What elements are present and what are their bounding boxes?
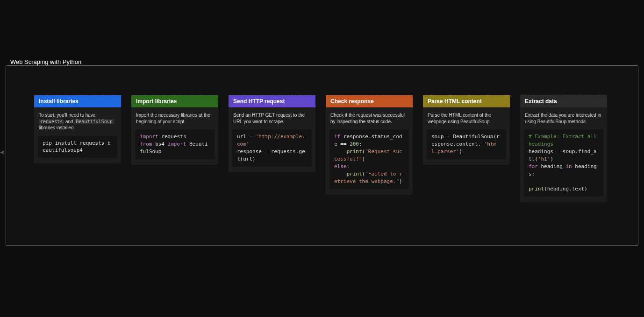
card-header: Check response [326, 95, 413, 107]
card-header: Extract data [520, 95, 607, 107]
tutorial-card[interactable]: Check responseCheck if the request was s… [326, 95, 413, 195]
code-chip: requests [39, 119, 64, 124]
code-block[interactable]: if response.status_code == 200: print("R… [329, 129, 409, 189]
card-header: Parse HTML content [423, 95, 510, 107]
card-description: Import the necessary libraries at the be… [131, 107, 218, 129]
card-description: To start, you'll need to have requests a… [34, 107, 121, 136]
card-header: Send HTTP request [229, 95, 315, 107]
code-block[interactable]: # Example: Extract all headings headings… [524, 129, 603, 197]
tutorial-card[interactable]: Install librariesTo start, you'll need t… [34, 95, 121, 163]
tutorial-card[interactable]: Send HTTP requestSend an HTTP GET reques… [229, 95, 315, 172]
tutorial-card[interactable]: Extract dataExtract the data you are int… [520, 95, 607, 202]
code-block[interactable]: pip install requests beautifulsoup4 [38, 136, 117, 158]
card-description: Parse the HTML content of the webpage us… [423, 107, 510, 129]
card-row: Install librariesTo start, you'll need t… [34, 95, 610, 202]
code-block[interactable]: url = 'http://example.com' response = re… [232, 129, 312, 167]
resize-handle-left[interactable]: ◀ [0, 149, 4, 155]
card-description: Extract the data you are interested in u… [520, 107, 607, 129]
page-title: Web Scraping with Python [10, 58, 81, 65]
card-header: Install libraries [34, 95, 121, 107]
code-block[interactable]: soup = BeautifulSoup(response.content, '… [427, 129, 506, 159]
code-block[interactable]: import requests from bs4 import Beautifu… [135, 129, 215, 159]
card-description: Check if the request was successful by i… [326, 107, 413, 129]
code-chip: BeautifulSoup [74, 119, 114, 124]
tutorial-card[interactable]: Import librariesImport the necessary lib… [131, 95, 218, 165]
tutorial-card[interactable]: Parse HTML contentParse the HTML content… [423, 95, 510, 165]
card-header: Import libraries [131, 95, 218, 107]
tutorial-panel: Install librariesTo start, you'll need t… [6, 65, 638, 246]
card-description: Send an HTTP GET request to the URL you … [229, 107, 315, 129]
